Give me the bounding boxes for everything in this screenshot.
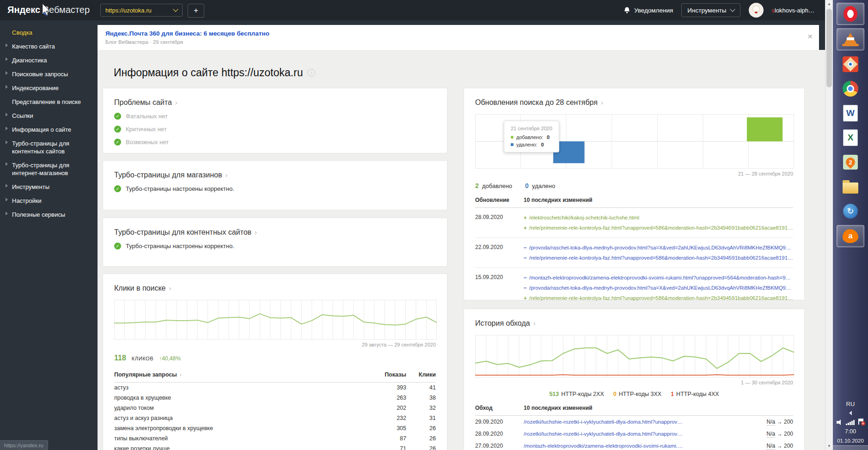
date[interactable]: 01.10.2020 bbox=[837, 438, 864, 444]
tooltip-added-row: добавлено:0 bbox=[511, 134, 552, 140]
username[interactable]: slokhovs-alph… bbox=[772, 7, 815, 14]
check-icon: ✓ bbox=[114, 243, 121, 249]
query-row: типы выключателей8726 bbox=[114, 433, 436, 444]
sidebar-nav: Сводка Качество сайта Диагностика Поиско… bbox=[0, 20, 98, 450]
avatar[interactable] bbox=[749, 3, 764, 18]
turbo-shops-status: ✓Турбо-страницы настроены корректно. bbox=[114, 185, 436, 192]
minus-icon: − bbox=[524, 275, 527, 280]
chevron-down-icon bbox=[173, 6, 178, 12]
search-clicks-link[interactable]: Клики в поиске› bbox=[114, 284, 436, 292]
changed-url-link[interactable]: −/provoda/raschet-toka-dlya-mednyh-provo… bbox=[524, 283, 793, 293]
changed-url-link[interactable]: +/elektroschetchiki/kakoj-schetchik-luch… bbox=[524, 213, 793, 223]
changed-url-link[interactable]: +/rele/primenenie-rele-kontrolya-faz.htm… bbox=[524, 223, 793, 233]
changed-url-link[interactable]: −/provoda/raschet-toka-dlya-mednyh-provo… bbox=[524, 243, 793, 253]
changed-url-link[interactable]: −/rele/primenenie-rele-kontrolya-faz.htm… bbox=[524, 253, 793, 263]
network-signal-icon[interactable] bbox=[846, 420, 855, 425]
2gis-icon[interactable]: 2 bbox=[837, 152, 864, 173]
word-icon[interactable]: W bbox=[837, 103, 864, 124]
clicks-total: 118 bbox=[114, 354, 126, 362]
search-updates-link[interactable]: Обновления поиска до 28 сентября› bbox=[475, 98, 793, 107]
yandex-webmaster-logo[interactable]: Яндекс Вебмастер bbox=[7, 5, 90, 15]
status-na[interactable]: N/a bbox=[767, 431, 776, 438]
vlc-icon[interactable] bbox=[837, 28, 864, 50]
browser-viewport: Яндекс Вебмастер https://uzotoka.ru + bbox=[0, 0, 833, 450]
problem-status-possible: ✓Возможных нет bbox=[114, 139, 436, 146]
sidebar-item-predstavlenie-v-poiske[interactable]: Представление в поиске bbox=[0, 98, 98, 106]
page-title: Информация о сайте https://uzotoka.rui bbox=[114, 67, 315, 79]
desktop: Яндекс Вебмастер https://uzotoka.ru + bbox=[0, 0, 868, 450]
turbo-content-link[interactable]: Турбо-страницы для контентных сайтов› bbox=[114, 228, 436, 237]
turbo-content-status: ✓Турбо-страницы настроены корректно. bbox=[114, 243, 436, 249]
sidebar-item-indeksirovanie[interactable]: Индексирование bbox=[0, 84, 98, 92]
opera-icon[interactable] bbox=[837, 3, 864, 25]
sidebar-item-ssylki[interactable]: Ссылки bbox=[0, 112, 98, 120]
problem-status-critical: ✓Критичных нет bbox=[114, 126, 436, 133]
volume-icon[interactable] bbox=[837, 420, 843, 425]
sidebar-item-turbo-kontentnye[interactable]: Турбо-страницы для контентных сайтов bbox=[0, 140, 98, 155]
updates-group: 15.09.2020 −/montazh-elektroprovodki/zam… bbox=[475, 268, 793, 308]
crawl-row: 29.09.2020 /rozetki/luchshie-rozetki-i-v… bbox=[475, 416, 793, 428]
status-na[interactable]: N/a bbox=[767, 443, 776, 450]
sidebar-item-nastrojki[interactable]: Настройки bbox=[0, 197, 98, 205]
download-manager-icon[interactable]: ↻ bbox=[837, 201, 864, 222]
http-codes-legend: 513HTTP-коды 2XX 0HTTP-коды 3XX 1HTTP-ко… bbox=[475, 391, 793, 397]
show-desktop-button[interactable] bbox=[833, 445, 868, 450]
sidebar-item-informaciya-o-sajte[interactable]: Информация о сайте bbox=[0, 126, 98, 134]
tools-label: Инструменты bbox=[687, 7, 726, 14]
site-problems-link[interactable]: Проблемы сайта› bbox=[114, 98, 436, 107]
clock[interactable]: 7:00 bbox=[845, 428, 856, 435]
sidebar-item-poiskovye-zaprosy[interactable]: Поисковые запросы bbox=[0, 70, 98, 78]
turbo-shops-link[interactable]: Турбо-страницы для магазинов› bbox=[114, 171, 436, 179]
popular-queries-link[interactable]: Популярные запросы› bbox=[114, 371, 365, 378]
sidebar-item-kachestvo-sajta[interactable]: Качество сайта bbox=[0, 43, 98, 50]
crawled-url-link[interactable]: /montazh-elektroprovodki/zamena-elektrop… bbox=[524, 443, 749, 449]
chrome-icon[interactable] bbox=[837, 78, 864, 99]
sidebar-item-instrumenty[interactable]: Инструменты bbox=[0, 183, 98, 191]
crawled-url-link[interactable]: /rozetki/luchshie-rozetki-i-vyklyuchatel… bbox=[524, 431, 749, 437]
notifications-button[interactable]: Уведомления bbox=[623, 7, 673, 14]
chevron-right-icon: › bbox=[533, 319, 536, 327]
explorer-folder-icon[interactable] bbox=[837, 176, 864, 197]
browser-scrollbar[interactable]: ▲ ▼ bbox=[825, 0, 833, 450]
sidebar-item-diagnostika[interactable]: Диагностика bbox=[0, 56, 98, 64]
legend-4xx: 1HTTP-коды 4XX bbox=[671, 391, 719, 397]
turbo-content-card: Турбо-страницы для контентных сайтов› ✓Т… bbox=[103, 218, 447, 267]
query-row: ударило током20232 bbox=[114, 403, 436, 413]
changed-url-link[interactable]: −/montazh-elektroprovodki/zamena-elektro… bbox=[524, 273, 793, 283]
crawl-history-card: История обхода› 1 — 30 сентября 2020 513… bbox=[464, 309, 805, 450]
popular-queries-header: Популярные запросы› Показы Клики bbox=[114, 371, 436, 383]
scroll-down-arrow[interactable]: ▼ bbox=[825, 442, 833, 450]
crawl-chart[interactable] bbox=[475, 335, 793, 377]
sidebar-item-svodka[interactable]: Сводка bbox=[0, 29, 98, 36]
tools-dropdown-button[interactable]: Инструменты bbox=[681, 3, 740, 17]
banner-link[interactable]: Яндекс.Почта 360 для бизнеса: 6 месяцев … bbox=[105, 30, 269, 37]
language-indicator[interactable]: RU bbox=[846, 401, 855, 407]
faststone-viewer-icon[interactable] bbox=[837, 54, 864, 75]
changed-url-link[interactable]: +/rele/primenenie-rele-kontrolya-faz.htm… bbox=[524, 293, 793, 303]
avast-icon[interactable]: a bbox=[837, 225, 864, 247]
status-na[interactable]: N/a bbox=[767, 419, 776, 426]
green-dot-icon bbox=[511, 136, 513, 139]
action-center-flag-icon[interactable]: × bbox=[858, 419, 864, 425]
excel-icon[interactable]: X bbox=[837, 127, 864, 148]
chevron-right-icon: › bbox=[601, 98, 603, 106]
crawled-url-link[interactable]: /rozetki/luchshie-rozetki-i-vyklyuchatel… bbox=[524, 419, 749, 425]
expand-arrow-icon bbox=[6, 162, 8, 166]
minus-icon: − bbox=[524, 255, 527, 261]
logo-word-webmaster: Вебмастер bbox=[43, 5, 90, 15]
clicks-chart[interactable] bbox=[114, 300, 436, 340]
scroll-up-arrow[interactable]: ▲ bbox=[825, 0, 833, 8]
site-select-dropdown[interactable]: https://uzotoka.ru bbox=[100, 4, 183, 17]
crawl-history-link[interactable]: История обхода› bbox=[475, 319, 793, 328]
chevron-right-icon: › bbox=[180, 371, 182, 378]
sidebar-item-poleznye-servisy[interactable]: Полезные сервисы bbox=[0, 211, 98, 219]
updates-bar-chart[interactable]: 21 сентября 2020 добавлено:0 удалено:0 bbox=[475, 114, 793, 169]
scrollbar-thumb[interactable] bbox=[826, 9, 832, 87]
close-icon[interactable]: × bbox=[807, 32, 813, 41]
check-icon: ✓ bbox=[114, 185, 121, 192]
add-site-button[interactable]: + bbox=[188, 4, 204, 18]
check-icon: ✓ bbox=[114, 139, 121, 146]
sidebar-item-turbo-magaziny[interactable]: Турбо-страницы для интернет-магазинов bbox=[0, 161, 98, 177]
hidden-icons-chevron[interactable] bbox=[849, 411, 852, 415]
info-icon[interactable]: i bbox=[307, 69, 315, 77]
